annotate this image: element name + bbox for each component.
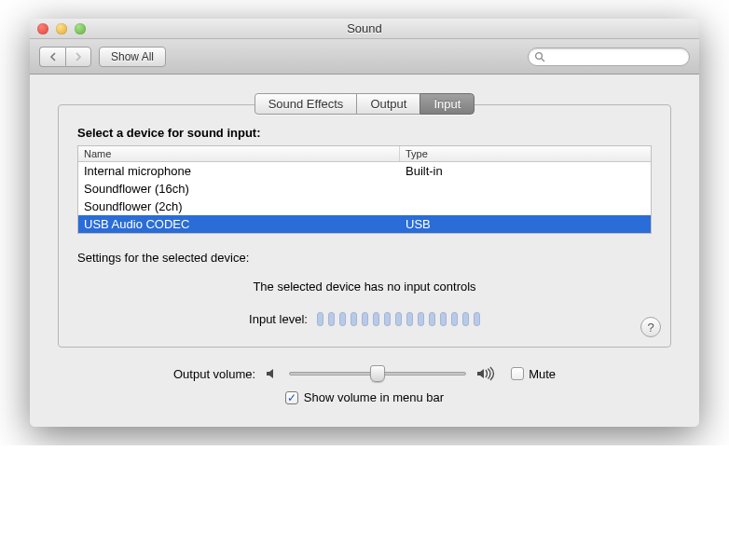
toolbar: Show All xyxy=(30,39,699,75)
output-volume-row: Output volume: Mute xyxy=(173,366,556,381)
output-volume-label: Output volume: xyxy=(173,367,255,381)
device-type: USB xyxy=(400,216,651,232)
mute-checkbox[interactable]: Mute xyxy=(511,367,556,381)
level-led xyxy=(440,312,447,326)
level-led xyxy=(339,312,346,326)
level-led xyxy=(406,312,413,326)
input-panel: Select a device for sound input: Name Ty… xyxy=(58,104,671,348)
device-name: Soundflower (16ch) xyxy=(78,181,400,197)
show-volume-checkbox[interactable]: ✓ Show volume in menu bar xyxy=(285,390,444,404)
device-name: Internal microphone xyxy=(78,163,400,179)
svg-line-1 xyxy=(542,59,544,61)
level-led xyxy=(462,312,469,326)
slider-knob[interactable] xyxy=(370,365,385,382)
no-input-controls-message: The selected device has no input control… xyxy=(77,280,652,294)
device-table: Name Type Internal microphone Built-in S… xyxy=(77,145,652,234)
show-volume-label: Show volume in menu bar xyxy=(304,390,444,404)
level-led xyxy=(328,312,335,326)
output-volume-slider[interactable] xyxy=(289,372,466,376)
show-all-button[interactable]: Show All xyxy=(99,47,166,67)
titlebar: Sound xyxy=(30,19,699,39)
svg-point-0 xyxy=(536,52,543,59)
level-led xyxy=(395,312,402,326)
device-name: Soundflower (2ch) xyxy=(78,198,400,214)
forward-button[interactable] xyxy=(65,47,91,67)
level-led xyxy=(474,312,480,326)
speaker-low-icon xyxy=(265,366,280,381)
sound-preferences-window: Sound Show All Sound Effects Output Inpu… xyxy=(30,19,699,427)
input-level-row: Input level: xyxy=(77,312,652,326)
back-button[interactable] xyxy=(39,47,65,67)
nav-segment xyxy=(39,47,91,67)
device-table-header: Name Type xyxy=(78,146,651,162)
checkbox-icon: ✓ xyxy=(285,391,298,404)
level-led xyxy=(351,312,357,326)
level-led xyxy=(384,312,391,326)
level-led xyxy=(317,312,323,326)
level-led xyxy=(418,312,424,326)
level-led xyxy=(451,312,458,326)
bottom-controls: Output volume: Mute ✓ Show volume in men… xyxy=(58,366,671,404)
settings-label: Settings for the selected device: xyxy=(77,251,652,265)
column-name[interactable]: Name xyxy=(78,146,400,161)
search-input[interactable] xyxy=(549,50,683,63)
tab-sound-effects[interactable]: Sound Effects xyxy=(254,93,357,115)
select-device-label: Select a device for sound input: xyxy=(77,126,652,140)
search-icon xyxy=(534,51,545,62)
help-button[interactable]: ? xyxy=(640,317,661,337)
search-field[interactable] xyxy=(528,48,690,66)
device-type: Built-in xyxy=(400,163,651,179)
device-row[interactable]: Soundflower (16ch) xyxy=(78,180,651,198)
checkbox-icon xyxy=(511,367,524,380)
device-row[interactable]: USB Audio CODEC USB xyxy=(78,215,651,233)
window-title: Sound xyxy=(30,21,699,35)
device-row[interactable]: Soundflower (2ch) xyxy=(78,198,651,215)
device-row[interactable]: Internal microphone Built-in xyxy=(78,162,651,180)
speaker-high-icon xyxy=(475,366,496,381)
device-type xyxy=(400,198,651,214)
tab-output[interactable]: Output xyxy=(356,93,420,115)
mute-label: Mute xyxy=(529,367,556,381)
device-name: USB Audio CODEC xyxy=(78,216,400,232)
device-type xyxy=(400,181,651,197)
input-level-meter xyxy=(317,312,480,326)
column-type[interactable]: Type xyxy=(400,146,651,161)
level-led xyxy=(373,312,379,326)
content-area: Sound Effects Output Input Select a devi… xyxy=(30,75,699,427)
tab-bar: Sound Effects Output Input xyxy=(58,93,671,115)
level-led xyxy=(362,312,368,326)
level-led xyxy=(429,312,435,326)
tab-input[interactable]: Input xyxy=(420,93,475,115)
input-level-label: Input level: xyxy=(249,312,308,326)
